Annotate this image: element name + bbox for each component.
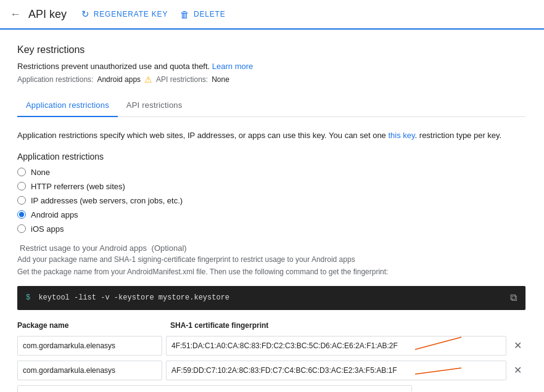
tabs-container: Application restrictions API restriction… [17,94,525,117]
delete-label: DELETE [194,10,225,18]
app-restrictions-subtitle: Application restrictions [17,152,525,161]
tab-description: Application restrictions specify which w… [17,129,525,142]
page-title: API key [28,8,67,21]
col-header-sha: SHA-1 certificate fingerprint [165,319,525,332]
api-restrictions-value: None [212,75,229,84]
restrict-desc1: Add your package name and SHA-1 signing-… [17,254,525,265]
delete-icon: 🗑 [180,9,190,20]
tab-api-restrictions[interactable]: API restrictions [118,94,191,117]
back-icon: ← [10,8,21,21]
terminal-command: $ keytool -list -v -keystore mystore.key… [26,293,504,302]
option-ip-label: IP addresses (web servers, cron jobs, et… [31,196,183,205]
table-row: ✕ [17,361,525,380]
restrict-section: Restrict usage to your Android apps (Opt… [17,243,525,277]
fingerprint-table: Package name SHA-1 certificate fingerpri… [17,319,525,380]
radio-android[interactable] [17,210,26,219]
terminal-prompt: $ [26,293,30,302]
table-header: Package name SHA-1 certificate fingerpri… [17,319,525,332]
fingerprint-table-wrapper: Package name SHA-1 certificate fingerpri… [17,319,525,393]
pkg-input-2[interactable] [17,361,162,380]
api-restrictions-label: API restrictions: [156,75,208,84]
option-android-label: Android apps [31,210,78,219]
table-row: ✕ [17,336,525,356]
option-ios[interactable]: iOS apps [17,224,525,234]
option-http-label: HTTP referrers (web sites) [31,182,125,191]
app-restrictions-value: Android apps [97,75,141,84]
regenerate-key-button[interactable]: ↻ REGENERATE KEY [81,9,168,20]
restrict-desc2: Get the package name from your AndroidMa… [17,266,525,277]
top-bar: ← API key ↻ REGENERATE KEY 🗑 DELETE [0,0,544,30]
regenerate-label: REGENERATE KEY [94,10,168,18]
restriction-options: None HTTP referrers (web sites) IP addre… [17,168,525,234]
option-none-label: None [31,168,50,177]
option-android[interactable]: Android apps [17,210,525,219]
radio-ip[interactable] [17,196,26,205]
remove-row-2-button[interactable]: ✕ [510,363,525,377]
key-restrictions-title: Key restrictions [17,44,525,55]
option-http[interactable]: HTTP referrers (web sites) [17,182,525,191]
col-header-pkg: Package name [17,319,165,332]
copy-icon[interactable]: ⧉ [510,292,517,304]
main-content: Key restrictions Restrictions prevent un… [0,30,543,392]
radio-none[interactable] [17,168,26,176]
tab-application-restrictions[interactable]: Application restrictions [17,94,118,117]
this-key-link[interactable]: this key [388,131,414,140]
back-button[interactable]: ← [10,8,21,21]
option-ios-label: iOS apps [31,224,64,234]
terminal-cmd-text: keytool -list -v -keystore mystore.keyst… [38,293,229,302]
learn-more-link[interactable]: Learn more [212,62,253,71]
info-text: Restrictions prevent unauthorized use an… [17,62,525,71]
restrict-title: Restrict usage to your Android apps (Opt… [17,243,525,253]
add-package-button[interactable]: + Add package name and fingerprint [17,385,412,393]
app-restrictions-label: Application restrictions: [17,75,93,84]
radio-http[interactable] [17,182,26,190]
restrict-optional: (Optional) [152,243,187,253]
warning-icon: ⚠ [144,75,152,84]
delete-button[interactable]: 🗑 DELETE [180,9,225,20]
sha-input-1[interactable] [166,336,506,356]
sha-input-2[interactable] [166,361,506,380]
status-row: Application restrictions: Android apps ⚠… [17,75,525,84]
option-ip[interactable]: IP addresses (web servers, cron jobs, et… [17,196,525,205]
refresh-icon: ↻ [81,9,90,20]
option-none[interactable]: None [17,168,525,177]
pkg-input-1[interactable] [17,336,162,356]
radio-ios[interactable] [17,224,26,233]
remove-row-1-button[interactable]: ✕ [510,338,525,353]
terminal-box: $ keytool -list -v -keystore mystore.key… [17,286,525,310]
